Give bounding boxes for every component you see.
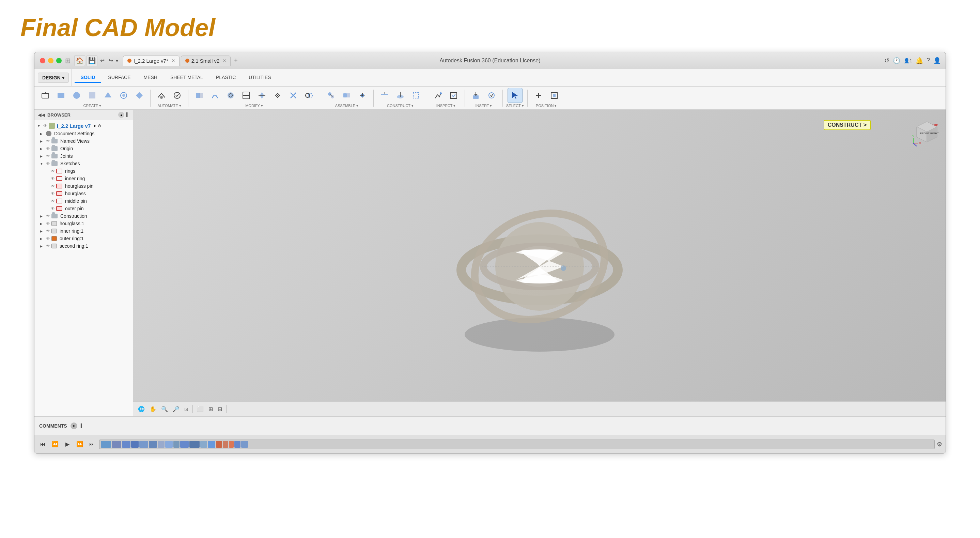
new-tab-btn[interactable]: + [234, 57, 238, 64]
eye-joints[interactable]: 👁 [46, 154, 50, 158]
modify-icon-7[interactable] [286, 88, 301, 103]
eye-second-ring-body[interactable]: 👁 [46, 244, 50, 248]
eye-hourglass[interactable]: 👁 [51, 191, 55, 196]
eye-btn-root[interactable]: ● [93, 123, 96, 128]
eye-construction[interactable]: 👁 [46, 213, 50, 218]
assemble-icon-1[interactable] [324, 88, 339, 103]
construct-icon-1[interactable] [377, 88, 392, 103]
zoom-out-icon[interactable]: 🔎 [171, 404, 181, 414]
tree-item-inner-ring[interactable]: 👁 inner ring [34, 175, 133, 182]
modify-icon-1[interactable] [192, 88, 207, 103]
assemble-icon-3[interactable] [355, 88, 370, 103]
go-end-btn[interactable]: ⏭ [87, 439, 97, 449]
eye-hourglass-pin[interactable]: 👁 [51, 184, 55, 188]
render-mode-icon[interactable]: ⊟ [216, 404, 223, 414]
create-icon-7[interactable] [132, 88, 147, 103]
home-icon[interactable]: 🏠 [74, 55, 85, 66]
play-btn[interactable]: ▶ [62, 439, 73, 449]
eye-outer-pin[interactable]: 👁 [51, 206, 55, 211]
create-icon-6[interactable] [116, 88, 131, 103]
tree-item-second-ring-body[interactable]: ▶ 👁 second ring:1 [34, 242, 133, 250]
position-icon-2[interactable] [547, 88, 562, 103]
tab-sheet-metal[interactable]: SHEET METAL [164, 73, 209, 83]
zoom-icon[interactable]: 🔍 [160, 404, 169, 414]
create-icon-2[interactable] [54, 88, 68, 103]
eye-root[interactable]: 👁 [43, 123, 47, 128]
automate-icon-1[interactable] [154, 88, 169, 103]
refresh-icon[interactable]: ↺ [884, 57, 889, 64]
eye-sketches[interactable]: 👁 [46, 161, 50, 166]
browser-settings-btn[interactable]: ● [118, 112, 124, 118]
shaded-icon[interactable]: ⊞ [207, 404, 214, 414]
bell-icon[interactable]: 🔔 [916, 57, 923, 64]
design-button[interactable]: DESIGN ▾ [38, 73, 69, 83]
create-icon-1[interactable] [38, 88, 53, 103]
create-icon-3[interactable] [69, 88, 84, 103]
eye-named-views[interactable]: 👁 [46, 138, 50, 143]
tab-surface[interactable]: SURFACE [102, 73, 137, 83]
tab-utilities[interactable]: UTILITIES [243, 73, 277, 83]
view-cube[interactable]: TOP FRONT RIGHT X Y [912, 116, 939, 144]
modify-icon-5[interactable] [255, 88, 269, 103]
eye-inner-ring[interactable]: 👁 [51, 176, 55, 181]
step-back-btn[interactable]: ⏪ [50, 439, 60, 449]
tree-item-outer-ring-body[interactable]: ▶ 👁 outer ring:1 [34, 235, 133, 242]
modify-icon-4[interactable] [239, 88, 254, 103]
tree-item-named-views[interactable]: ▶ 👁 Named Views [34, 137, 133, 145]
eye-rings[interactable]: 👁 [51, 169, 55, 173]
tab-plastic[interactable]: PLASTIC [210, 73, 242, 83]
clock-icon[interactable]: 🕐 [893, 57, 900, 64]
insert-icon-2[interactable] [484, 88, 499, 103]
tree-item-hourglass-pin[interactable]: 👁 hourglass pin [34, 182, 133, 190]
automate-icon-2[interactable] [170, 88, 185, 103]
tree-item-doc-settings[interactable]: ▶ Document Settings [34, 130, 133, 137]
comments-add-btn[interactable]: ● [70, 422, 77, 429]
redo-icon[interactable]: ↪ [107, 56, 115, 65]
tree-item-middle-pin[interactable]: 👁 middle pin [34, 197, 133, 205]
create-icon-4[interactable] [85, 88, 100, 103]
tree-item-inner-ring-body[interactable]: ▶ 👁 inner ring:1 [34, 227, 133, 235]
minimize-button[interactable] [48, 58, 54, 64]
lock-icon-root[interactable]: ⊙ [98, 123, 101, 128]
tab-close-small[interactable]: ✕ [223, 58, 226, 63]
timeline-track[interactable] [99, 439, 935, 449]
tree-item-hourglass[interactable]: 👁 hourglass [34, 190, 133, 197]
inspect-icon-1[interactable] [431, 88, 445, 103]
tree-item-rings[interactable]: 👁 rings [34, 167, 133, 175]
viewport[interactable]: TOP FRONT RIGHT X Y CONSTRUCT > 🌐 ✋ 🔍 [133, 110, 946, 416]
tab-mesh[interactable]: MESH [137, 73, 163, 83]
orbit-icon[interactable]: 🌐 [137, 404, 146, 414]
timeline-settings-btn[interactable]: ⚙ [937, 441, 942, 448]
tree-item-outer-pin[interactable]: 👁 outer pin [34, 205, 133, 212]
tree-item-hourglass-body[interactable]: ▶ 👁 hourglass:1 [34, 220, 133, 227]
tree-item-sketches[interactable]: ▼ 👁 Sketches [34, 160, 133, 167]
eye-origin[interactable]: 👁 [46, 146, 50, 151]
go-start-btn[interactable]: ⏮ [38, 439, 48, 449]
profile-icon[interactable]: 👤 [933, 57, 941, 64]
modify-icon-2[interactable] [207, 88, 223, 103]
eye-middle-pin[interactable]: 👁 [51, 199, 55, 204]
pan-icon[interactable]: ✋ [148, 404, 158, 414]
collapse-icon[interactable]: ◀◀ [38, 112, 45, 118]
tab-solid[interactable]: SOLID [75, 73, 102, 83]
eye-hourglass-body[interactable]: 👁 [46, 221, 50, 226]
modify-icon-6[interactable] [270, 88, 285, 103]
fit-icon[interactable]: ⊡ [183, 405, 190, 413]
help-icon[interactable]: ? [926, 57, 930, 64]
browser-expand-icon[interactable]: ▍ [126, 113, 129, 117]
tree-root[interactable]: ▼ 👁 I_2.2 Large v7 ● ⊙ [34, 122, 133, 130]
modify-icon-8[interactable] [301, 88, 317, 103]
create-icon-5[interactable] [100, 88, 116, 103]
construct-icon-3[interactable] [409, 88, 423, 103]
eye-outer-ring-body[interactable]: 👁 [46, 236, 50, 241]
select-icon-1[interactable] [508, 88, 523, 103]
position-icon-1[interactable] [531, 88, 546, 103]
user-count-icon[interactable]: 👤1 [904, 58, 912, 64]
tree-item-origin[interactable]: ▶ 👁 Origin [34, 145, 133, 152]
assemble-icon-2[interactable] [339, 88, 354, 103]
comments-expand-icon[interactable]: ▍ [81, 423, 84, 428]
eye-inner-ring-body[interactable]: 👁 [46, 229, 50, 233]
tree-item-construction[interactable]: ▶ 👁 Construction [34, 212, 133, 220]
tab-small[interactable]: 2.1 Small v2 ✕ [181, 56, 231, 66]
tree-item-joints[interactable]: ▶ 👁 Joints [34, 152, 133, 160]
